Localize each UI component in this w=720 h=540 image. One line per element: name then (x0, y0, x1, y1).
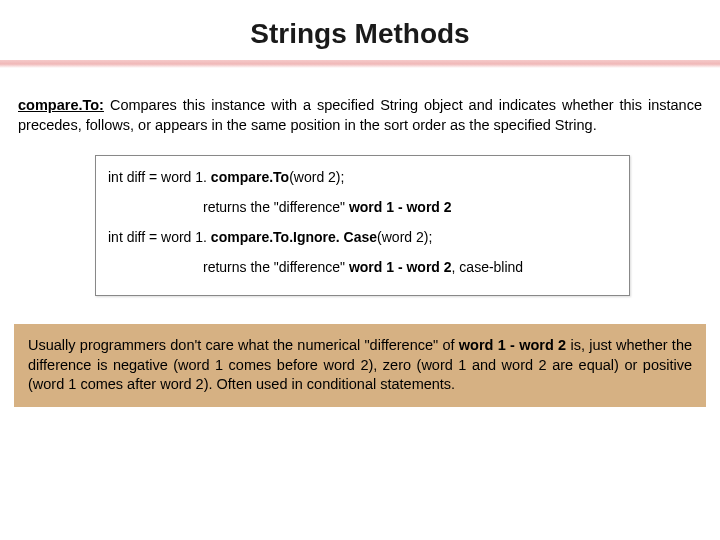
code-line-2: int diff = word 1. compare.To.Ignore. Ca… (108, 226, 617, 250)
returns-text: , case-blind (452, 259, 524, 275)
method-description-text: Compares this instance with a specified … (18, 97, 702, 133)
returns-text: returns the "difference" (203, 199, 349, 215)
explanation-bold: word 1 - word 2 (459, 337, 566, 353)
method-description: compare.To: Compares this instance with … (0, 96, 720, 135)
returns-line-1: returns the "difference" word 1 - word 2 (108, 196, 617, 220)
explanation-text: Usually programmers don't care what the … (28, 337, 459, 353)
returns-bold: word 1 - word 2 (349, 259, 452, 275)
slide-title: Strings Methods (0, 0, 720, 60)
returns-line-2: returns the "difference" word 1 - word 2… (108, 256, 617, 280)
explanation-box: Usually programmers don't care what the … (14, 324, 706, 407)
code-example-box: int diff = word 1. compare.To(word 2); r… (95, 155, 630, 296)
code-text: (word 2); (377, 229, 432, 245)
code-method-bold: compare.To (211, 169, 289, 185)
returns-bold: word 1 - word 2 (349, 199, 452, 215)
code-text: int diff = word 1. (108, 229, 211, 245)
code-method-bold: compare.To.Ignore. Case (211, 229, 377, 245)
code-text: int diff = word 1. (108, 169, 211, 185)
code-text: (word 2); (289, 169, 344, 185)
method-name: compare.To: (18, 97, 104, 113)
code-line-1: int diff = word 1. compare.To(word 2); (108, 166, 617, 190)
title-underline (0, 60, 720, 68)
returns-text: returns the "difference" (203, 259, 349, 275)
